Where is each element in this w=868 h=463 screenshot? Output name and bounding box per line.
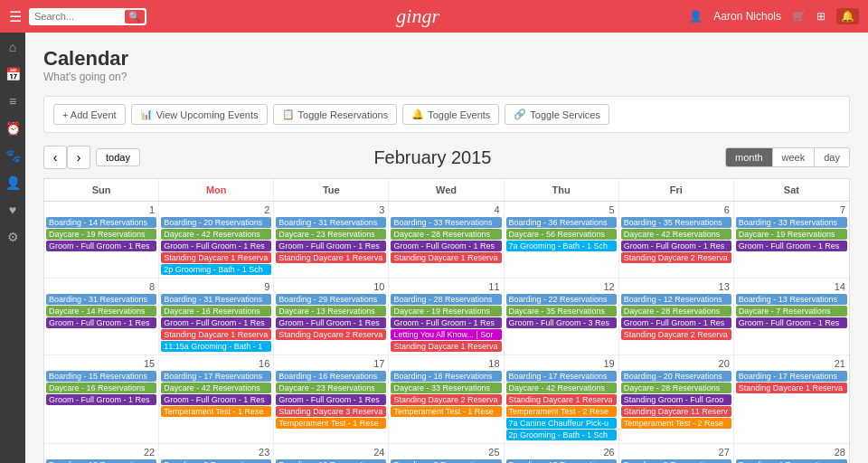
event[interactable]: Groom - Full Groom - 1 Res <box>621 241 731 251</box>
event[interactable]: Daycare - 28 Reservations <box>621 383 731 393</box>
event[interactable]: Daycare - 35 Reservations <box>506 306 617 317</box>
event[interactable]: Boarding - 33 Reservations <box>391 217 501 228</box>
cart-icon[interactable]: 🛒 <box>792 10 806 23</box>
event[interactable]: 11:15a Grooming - Bath - 1 <box>161 341 271 352</box>
event[interactable]: Temperament Test - 1 Rese <box>391 406 501 417</box>
event[interactable]: 2p Grooming - Bath - 1 Sch <box>161 264 271 275</box>
event[interactable]: Groom - Full Groom - 1 Res <box>276 241 386 251</box>
event[interactable]: Groom - Full Groom - 1 Res <box>276 394 386 405</box>
event[interactable]: Standing Daycare 3 Reserva <box>276 406 386 417</box>
add-event-button[interactable]: + Add Event <box>53 104 126 125</box>
event[interactable]: Standing Daycare 1 Reserva <box>736 383 847 393</box>
hamburger-icon[interactable]: ☰ <box>9 8 22 25</box>
event[interactable]: Daycare - 13 Reservations <box>276 306 386 317</box>
notification-icon[interactable]: 🔔 <box>836 8 859 24</box>
search-button[interactable]: 🔍 <box>125 10 145 24</box>
view-upcoming-button[interactable]: 📊 View Upcoming Events <box>131 104 268 125</box>
event[interactable]: Daycare - 28 Reservations <box>621 306 731 317</box>
event[interactable]: Groom - Full Groom - 1 Res <box>736 317 847 328</box>
event[interactable]: Daycare - 42 Reservations <box>161 229 271 240</box>
event[interactable]: Standing Daycare 1 Reserva <box>391 341 501 352</box>
today-button[interactable]: today <box>96 148 140 166</box>
event[interactable]: Daycare - 23 Reservations <box>276 229 386 240</box>
event[interactable]: Daycare - 23 Reservations <box>276 383 386 393</box>
event[interactable]: Daycare - 28 Reservations <box>391 229 501 240</box>
event[interactable]: Boarding - 29 Reservations <box>276 294 386 305</box>
event[interactable]: Boarding - 36 Reservations <box>506 217 617 228</box>
sidebar-icon-person[interactable]: 👤 <box>5 175 21 190</box>
event[interactable]: Temperament Test - 2 Rese <box>621 418 731 429</box>
event[interactable]: Boarding - 15 Reservations <box>46 371 156 382</box>
event[interactable]: Daycare - 16 Reservations <box>161 306 271 317</box>
event[interactable]: Groom - Full Groom - 1 Res <box>276 317 386 328</box>
event[interactable]: Boarding - 31 Reservations <box>276 217 386 228</box>
event[interactable]: Boarding - 9 Reservations <box>161 459 271 463</box>
event[interactable]: Groom - Full Groom - 3 Res <box>506 317 617 328</box>
event[interactable]: Daycare - 19 Reservations <box>391 306 501 317</box>
next-month-button[interactable]: › <box>67 146 90 169</box>
sidebar-icon-home[interactable]: ⌂ <box>9 40 16 54</box>
sidebar-icon-clock[interactable]: ⏰ <box>5 121 21 136</box>
event[interactable]: Boarding - 16 Reservations <box>391 371 501 382</box>
event[interactable]: Standing Daycare 1 Reserva <box>506 394 617 405</box>
event[interactable]: Groom - Full Groom - 1 Res <box>161 241 271 251</box>
event[interactable]: Daycare - 16 Reservations <box>46 383 156 393</box>
toggle-reservations-button[interactable]: 📋 Toggle Reservations <box>273 104 398 125</box>
event[interactable]: Temperament Test - 1 Rese <box>276 418 386 429</box>
event[interactable]: Letting You All Know... | Sor <box>391 329 501 340</box>
event[interactable]: Boarding - 35 Reservations <box>621 217 731 228</box>
event[interactable]: Daycare - 42 Reservations <box>506 383 617 393</box>
event[interactable]: Daycare - 42 Reservations <box>621 229 731 240</box>
event[interactable]: Groom - Full Groom - 1 Res <box>46 394 156 405</box>
sidebar-icon-heart[interactable]: ♥ <box>9 203 16 217</box>
sidebar-icon-list[interactable]: ≡ <box>9 94 16 109</box>
event[interactable]: Groom - Full Groom - 1 Res <box>391 241 501 251</box>
event[interactable]: Daycare - 14 Reservations <box>46 306 156 317</box>
event[interactable]: Groom - Full Groom - 1 Res <box>391 317 501 328</box>
event[interactable]: Standing Daycare 2 Reserva <box>391 394 501 405</box>
event[interactable]: Boarding - 33 Reservations <box>736 217 847 228</box>
sidebar-icon-settings[interactable]: ⚙ <box>7 230 19 244</box>
event[interactable]: Daycare - 19 Reservations <box>736 229 847 240</box>
event[interactable]: Boarding - 16 Reservations <box>276 371 386 382</box>
event[interactable]: Boarding - 17 Reservations <box>161 371 271 382</box>
event[interactable]: Boarding - 13 Reservations <box>46 459 156 463</box>
event[interactable]: Groom - Full Groom - 1 Res <box>46 241 156 251</box>
event[interactable]: Groom - Full Groom - 1 Res <box>161 317 271 328</box>
event[interactable]: Boarding - 20 Reservations <box>161 217 271 228</box>
event[interactable]: Daycare - 33 Reservations <box>391 383 501 393</box>
event[interactable]: Standing Groom - Full Groo <box>621 394 731 405</box>
event[interactable]: Groom - Full Groom - 1 Res <box>161 394 271 405</box>
event[interactable]: Boarding - 17 Reservations <box>506 371 617 382</box>
event[interactable]: Boarding - 8 Reservations <box>391 459 501 463</box>
event[interactable]: Boarding - 20 Reservations <box>621 371 731 382</box>
event[interactable]: Daycare - 19 Reservations <box>46 229 156 240</box>
event[interactable]: Boarding - 13 Reservations <box>736 294 847 305</box>
event[interactable]: Standing Daycare 1 Reserva <box>161 329 271 340</box>
event[interactable]: Boarding - 22 Reservations <box>506 294 617 305</box>
event[interactable]: Temperament Test - 1 Rese <box>161 406 271 417</box>
event[interactable]: 7a Grooming - Bath - 1 Sch <box>506 241 617 251</box>
event[interactable]: Boarding - 28 Reservations <box>391 294 501 305</box>
event[interactable]: 2p Grooming - Bath - 1 Sch <box>506 430 617 440</box>
event[interactable]: Boarding - 13 Reservations <box>506 459 617 463</box>
event[interactable]: Daycare - 56 Reservations <box>506 229 617 240</box>
event[interactable]: Groom - Full Groom - 1 Res <box>736 241 847 251</box>
toggle-events-button[interactable]: 🔔 Toggle Events <box>402 104 499 125</box>
event[interactable]: Boarding - 4 Reservations <box>736 459 847 463</box>
week-view-button[interactable]: week <box>772 148 815 166</box>
event[interactable]: Boarding - 14 Reservations <box>46 217 156 228</box>
day-view-button[interactable]: day <box>814 148 849 166</box>
event[interactable]: Standing Daycare 11 Reserv <box>621 406 731 417</box>
event[interactable]: Standing Daycare 1 Reserva <box>391 252 501 263</box>
prev-month-button[interactable]: ‹ <box>43 146 67 169</box>
event[interactable]: Standing Daycare 2 Reserva <box>621 252 731 263</box>
event[interactable]: Temperament Test - 2 Rese <box>506 406 617 417</box>
sidebar-icon-calendar[interactable]: 📅 <box>5 67 21 81</box>
event[interactable]: Daycare - 42 Reservations <box>161 383 271 393</box>
month-view-button[interactable]: month <box>726 148 772 166</box>
event[interactable]: Boarding - 17 Reservations <box>736 371 847 382</box>
toggle-services-button[interactable]: 🔗 Toggle Services <box>505 104 609 125</box>
event[interactable]: 7a Canine Chauffeur Pick-u <box>506 418 617 429</box>
event[interactable]: Boarding - 8 Reservations <box>621 459 731 463</box>
